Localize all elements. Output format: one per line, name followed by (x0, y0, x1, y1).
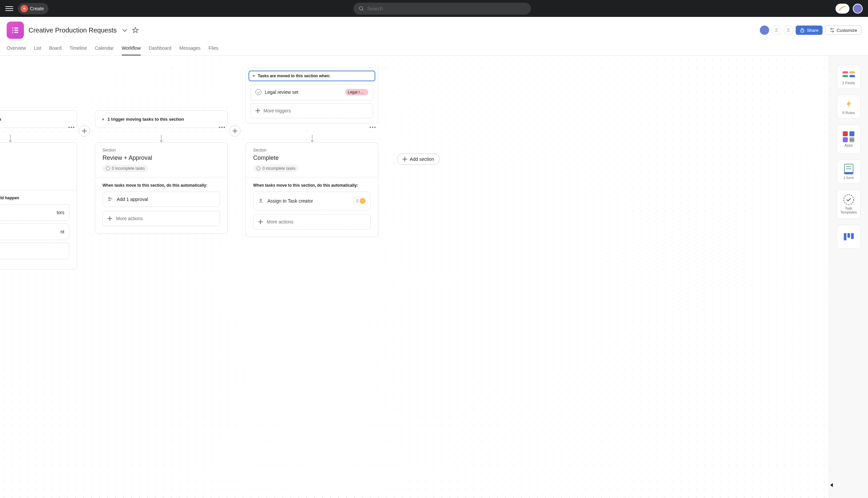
share-label: Share (807, 28, 819, 33)
section-card-review[interactable]: Section Review + Approval 0 incomplete t… (95, 142, 228, 234)
svg-point-26 (851, 140, 852, 141)
sliders-icon (830, 27, 835, 33)
star-icon[interactable] (132, 27, 139, 34)
svg-rect-36 (851, 233, 854, 239)
chevron-right-icon (103, 118, 104, 121)
tab-calendar[interactable]: Calendar (95, 42, 114, 55)
section-label: Section (253, 148, 266, 153)
add-section-button[interactable]: Add section (397, 154, 439, 165)
svg-rect-23 (850, 131, 854, 136)
section-card-complete[interactable]: Section Complete 0 incomplete tasks When… (245, 142, 378, 237)
rail-fields[interactable]: 2 Fields (837, 65, 861, 89)
workflow-canvas[interactable]: asks to this section 1 trigger moving ta… (0, 56, 868, 498)
plus-icon (258, 220, 263, 224)
search-field[interactable] (353, 3, 531, 15)
member-avatar[interactable] (760, 26, 769, 35)
chevron-down-icon[interactable] (122, 27, 128, 34)
tab-dashboard[interactable]: Dashboard (149, 42, 171, 55)
trigger-mid-text: 1 trigger moving tasks to this section (107, 117, 184, 122)
plus-icon: + (21, 5, 28, 12)
trigger-header[interactable]: Tasks are moved to this section when: (248, 70, 375, 81)
trigger-card-complete[interactable]: Tasks are moved to this section when: Le… (245, 68, 378, 123)
lock-icon (800, 27, 805, 33)
rail-apps-label: Apps (844, 143, 853, 147)
rule-name: Legal review set (265, 90, 342, 95)
rule-row[interactable]: Legal review set Legal re… (251, 84, 373, 101)
rail-form[interactable]: 1 form (837, 160, 861, 184)
project-tabs: Overview List Board Timeline Calendar Wo… (7, 42, 861, 55)
rail-rules[interactable]: 8 Rules (837, 95, 861, 119)
svg-point-0 (359, 6, 363, 10)
rail-rules-label: 8 Rules (842, 111, 855, 115)
tab-workflow[interactable]: Workflow (122, 42, 141, 55)
upgrade-pill[interactable] (835, 4, 850, 14)
trigger-card-partial[interactable]: asks to this section (0, 110, 77, 128)
more-actions-button[interactable]: More actions (103, 211, 220, 226)
section-title-partial: s (0, 149, 77, 160)
svg-rect-10 (801, 30, 804, 32)
create-button[interactable]: + Create (18, 3, 49, 14)
svg-point-33 (844, 195, 854, 205)
action-label: Assign to Task creator (267, 198, 313, 204)
add-member-icon[interactable] (772, 26, 781, 35)
caret-down-icon (253, 75, 255, 77)
collapse-rail-icon[interactable] (830, 483, 833, 487)
svg-rect-2 (12, 27, 13, 28)
search-input[interactable] (367, 5, 526, 11)
add-member-icon-2[interactable] (784, 26, 793, 35)
more-triggers-button[interactable]: More triggers (251, 103, 373, 118)
section-more-icon[interactable] (369, 127, 376, 128)
trigger-card-review[interactable]: 1 trigger moving tasks to this section (95, 110, 228, 128)
partial-row-2[interactable]: nt (0, 223, 69, 240)
customize-button[interactable]: Customize (825, 26, 861, 35)
more-actions-button[interactable]: More actions (253, 214, 371, 230)
arrow-icon (161, 135, 162, 141)
arrow-icon (10, 135, 11, 141)
user-avatar[interactable] (853, 4, 863, 14)
bolt-icon (845, 99, 852, 109)
tab-overview[interactable]: Overview (7, 42, 26, 55)
section-more-icon[interactable] (218, 127, 226, 128)
partial-row-3[interactable] (0, 243, 69, 259)
person-check-icon (107, 197, 113, 202)
section-more-icon[interactable] (67, 127, 75, 128)
svg-rect-24 (843, 137, 848, 142)
project-title: Creative Production Requests (28, 27, 117, 34)
tab-list[interactable]: List (34, 42, 41, 55)
task-count-badge: 0 incomplete tasks (103, 165, 148, 172)
action-assign[interactable]: Assign to Task creator ⚡ (253, 192, 371, 210)
task-count-text: 0 incomplete tasks (263, 166, 295, 171)
rail-templates[interactable]: Task Templates (837, 189, 861, 219)
add-section-before-button[interactable] (229, 125, 241, 136)
menu-toggle[interactable] (5, 5, 13, 13)
incomplete-icon (106, 167, 110, 170)
svg-point-14 (832, 31, 833, 32)
task-count-text: 0 incomplete tasks (112, 166, 145, 171)
share-button[interactable]: Share (796, 26, 822, 35)
when-text: When tasks move to this section, do this… (253, 183, 371, 188)
plus-icon (82, 129, 87, 133)
customize-label: Customize (837, 28, 857, 33)
svg-rect-21 (850, 75, 855, 77)
tab-timeline[interactable]: Timeline (70, 42, 87, 55)
tab-messages[interactable]: Messages (179, 42, 201, 55)
action-approval[interactable]: Add 1 approval (103, 192, 220, 207)
project-icon (7, 22, 24, 39)
plus-icon (403, 157, 407, 161)
section-title-complete: Complete (246, 154, 378, 165)
tab-files[interactable]: Files (208, 42, 218, 55)
plus-icon (233, 129, 237, 133)
svg-point-28 (850, 140, 851, 141)
task-count-badge: 0 incomplete tasks (253, 165, 298, 172)
add-section-before-button[interactable] (79, 125, 90, 136)
action-label: Add 1 approval (117, 197, 148, 202)
sparkle-icon (839, 5, 846, 12)
trigger-partial-text: asks to this section (0, 117, 1, 122)
partial-row-1[interactable]: tors (0, 204, 69, 221)
rail-apps[interactable]: Apps (837, 124, 861, 154)
tab-board[interactable]: Board (49, 42, 61, 55)
rail-extra[interactable] (837, 225, 861, 249)
section-card-partial[interactable]: s s section, what should happen tors nt (0, 142, 77, 270)
svg-rect-19 (850, 71, 855, 74)
svg-point-8 (776, 28, 777, 30)
